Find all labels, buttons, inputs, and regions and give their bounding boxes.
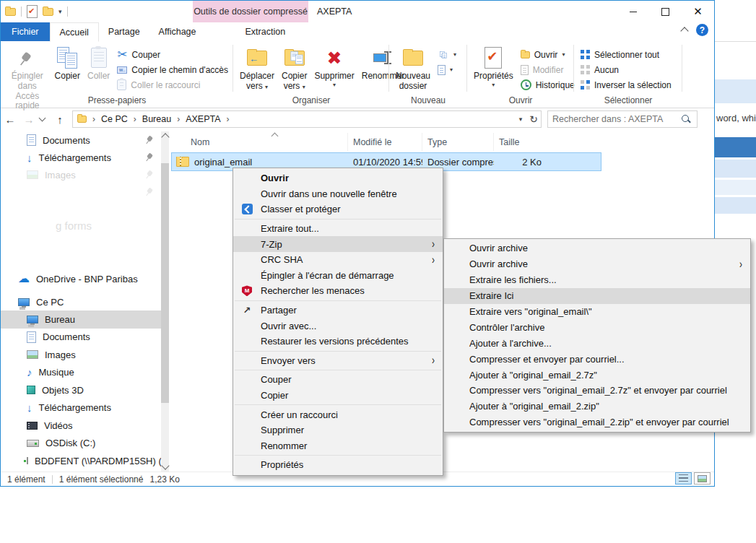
cut-button[interactable]: ✂ Couper [113,47,232,62]
submenu-item-compresser-et-envoyer-par-courriel[interactable]: Compresser et envoyer par courriel... [444,351,750,367]
search-box[interactable] [547,110,698,128]
sidebar-item-documents[interactable]: Documents [1,329,161,347]
sidebar-item-t-l-chargements[interactable]: ↓Téléchargements [1,399,161,417]
context-menu-item-renommer[interactable]: Renommer [233,438,443,454]
recent-locations-icon[interactable] [39,114,46,121]
scrollbar-thumb[interactable] [161,163,169,403]
column-header-nom[interactable]: Nom [171,133,347,151]
sidebar-item-bureau[interactable]: Bureau [1,310,161,329]
scroll-up-icon[interactable] [161,133,169,141]
sidebar-item-ce-pc[interactable]: Ce PC [1,293,161,310]
search-icon[interactable] [681,114,691,124]
context-menu-item-propri-t-s[interactable]: Propriétés [233,457,443,473]
delete-button[interactable]: ✖ Supprimer ▾ [310,43,357,88]
details-view-button[interactable] [675,472,692,485]
context-menu-item-cr-er-un-raccourci[interactable]: Créer un raccourci [233,407,443,422]
forward-button[interactable]: → [19,113,38,126]
submenu-item-contr-ler-l-archive[interactable]: Contrôler l'archive [444,319,750,335]
edit-button[interactable]: Modifier [517,62,578,77]
scroll-down-icon[interactable] [161,461,169,469]
submenu-item-compresser-vers-original-email-2-zip-et-envoyer-par-courriel[interactable]: Compresser vers "original_email_2.zip" e… [444,414,750,430]
copy-button[interactable]: Copier [51,43,84,82]
context-menu-item-crc-sha[interactable]: CRC SHA› [233,252,443,268]
sidebar-item-documents[interactable]: Documents [1,131,161,149]
easy-access-button[interactable]: ▾ [434,62,460,77]
close-button[interactable]: ✕ [682,1,714,22]
submenu-item-ouvrir-archive[interactable]: Ouvrir archive [444,240,750,256]
context-menu-item-pingler-l-cran-de-d-marrage[interactable]: Épingler à l'écran de démarrage [233,268,443,284]
copy-to-button[interactable]: Copier vers ▾ [278,43,310,92]
collapse-ribbon-icon[interactable] [680,27,688,35]
sidebar-item-musique[interactable]: ♪Musique [1,364,161,382]
qat-dropdown-icon[interactable]: ▾ [58,9,62,15]
maximize-button[interactable] [649,1,682,22]
submenu-item-ouvrir-archive[interactable]: Ouvrir archive› [444,256,750,272]
open-button[interactable]: Ouvrir ▾ [517,47,578,62]
submenu-item-extraire-les-fichiers[interactable]: Extraire les fichiers... [444,272,750,288]
context-menu-item-couper[interactable]: Couper [233,372,443,388]
select-all-button[interactable]: Sélectionner tout [577,47,675,62]
properties-button[interactable]: ✔ Propriétés ▾ [470,43,517,88]
history-button[interactable]: Historique [517,77,578,92]
copy-path-button[interactable]: w.. Copier le chemin d'accès [113,62,232,77]
back-button[interactable]: ← [1,113,19,126]
context-menu-item-extraire-tout[interactable]: Extraire tout... [233,221,443,237]
context-menu-item-ouvrir-avec[interactable]: Ouvrir avec... [233,318,443,334]
breadcrumb-ce-pc[interactable]: Ce PC [97,114,132,124]
sidebar-item-t-l-chargements[interactable]: ↓Téléchargements [1,149,161,166]
tab-affichage[interactable]: Affichage [149,22,206,41]
context-menu-item-copier[interactable]: Copier [233,388,443,404]
context-menu-item-7-zip[interactable]: 7-Zip› [233,236,443,252]
tab-accueil[interactable]: Accueil [50,22,99,42]
submenu-item-ajouter-original-email-2-zip[interactable]: Ajouter à "original_email_2.zip" [444,399,750,414]
search-input[interactable] [548,114,681,124]
sidebar-item-images[interactable]: Images [1,346,161,364]
breadcrumb-axepta[interactable]: AXEPTA [181,114,225,124]
sidebar-item-images[interactable]: Images [1,166,161,183]
context-menu-item-ouvrir[interactable]: Ouvrir [233,170,443,186]
context-menu-item-supprimer[interactable]: Supprimer [233,422,443,438]
folder-icon[interactable] [5,8,16,16]
paste-button[interactable]: Coller [84,43,113,82]
paste-shortcut-button[interactable]: Coller le raccourci [113,77,232,92]
breadcrumb-bureau[interactable]: Bureau [138,114,175,124]
submenu-item-extraire-ici[interactable]: Extraire Ici [444,288,750,304]
new-folder-button[interactable]: Nouveau dossier [392,43,434,92]
thumbnail-view-button[interactable] [694,472,711,485]
tab-fichier[interactable]: Fichier [1,22,50,41]
submenu-item-extraire-vers-original-email[interactable]: Extraire vers "original_email\" [444,304,750,320]
sidebar-item-vid-os[interactable]: Vidéos [1,417,161,435]
sidebar-item-osdisk-c[interactable]: OSDisk (C:) [1,435,161,453]
sidebar-item-objets-3d[interactable]: Objets 3D [1,381,161,399]
column-header-type[interactable]: Type [422,133,493,151]
submenu-item-ajouter-l-archive[interactable]: Ajouter à l'archive... [444,335,750,351]
sidebar-scrollbar[interactable] [161,131,169,472]
column-header-taille[interactable]: Taille [493,133,545,151]
sidebar-item-faded[interactable] [1,183,161,201]
context-menu-item-ouvrir-dans-une-nouvelle-fen-tre[interactable]: Ouvrir dans une nouvelle fenêtre [233,186,443,202]
column-header-modifie-le[interactable]: Modifié le [347,133,422,151]
minimize-button[interactable] [617,1,649,22]
context-menu-item-rechercher-les-menaces[interactable]: MRechercher les menaces [233,283,443,299]
submenu-item-ajouter-original-email-2-7z[interactable]: Ajouter à "original_email_2.7z" [444,367,750,383]
help-icon[interactable]: ? [696,24,708,36]
context-menu-item-restaurer-les-versions-pr-c-dentes[interactable]: Restaurer les versions précédentes [233,334,443,349]
up-button[interactable]: ↑ [51,113,69,126]
tab-partage[interactable]: Partage [99,22,149,41]
new-item-button[interactable]: ▾ [434,47,460,62]
breadcrumb[interactable]: › Ce PC › Bureau › AXEPTA › ▾ ↻ [72,110,542,128]
address-dropdown-icon[interactable]: ▾ [519,116,523,123]
sidebar-item-onedrive-bnp-paribas[interactable]: ☁OneDrive - BNP Paribas [1,270,161,287]
refresh-icon[interactable]: ↻ [529,113,538,125]
context-menu-item-envoyer-vers[interactable]: Envoyer vers› [233,353,443,369]
context-menu-item-classer-et-prot-ger[interactable]: Classer et protéger [233,201,443,217]
invert-selection-button[interactable]: Inverser la sélection [577,77,675,92]
move-to-button[interactable]: ← Déplacer vers ▾ [236,43,278,92]
submenu-item-compresser-vers-original-email-2-7z-et-envoyer-par-courriel[interactable]: Compresser vers "original_email_2.7z" et… [444,383,750,399]
folder-icon[interactable] [43,8,53,16]
properties-icon[interactable]: ✔ [27,5,38,18]
sidebar-item-bddfent-pardmp15sh-s[interactable]: BDDFENT (\\PARDMP15SH) (S:) [1,452,161,470]
select-none-button[interactable]: Aucun [577,62,675,77]
tab-extraction[interactable]: Extraction [236,22,295,41]
context-menu-item-partager[interactable]: ↗Partager [233,303,443,318]
